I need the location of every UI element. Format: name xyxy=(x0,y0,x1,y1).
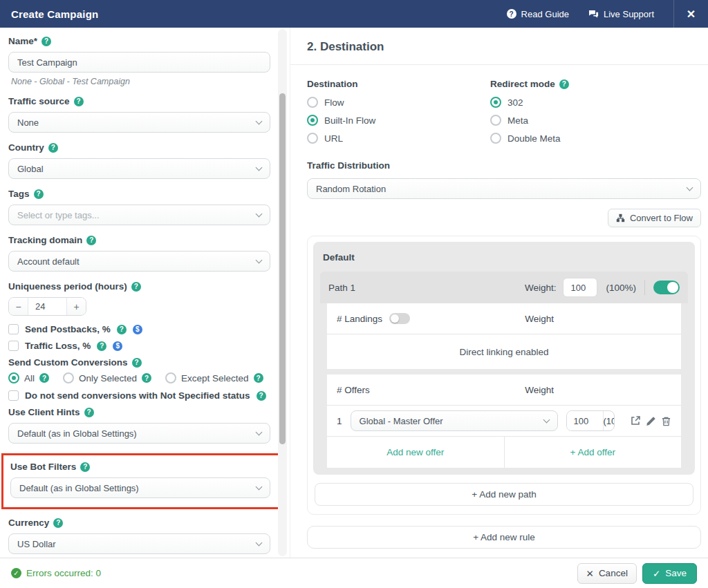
tracking-domain-help-icon[interactable]: ? xyxy=(86,236,96,245)
path-enabled-toggle[interactable] xyxy=(653,281,680,294)
direct-linking-row: Direct linking enabled xyxy=(327,334,681,369)
convert-to-flow-button[interactable]: Convert to Flow xyxy=(608,209,701,227)
offers-table: # Offers Weight 1 Global - Master Offer xyxy=(327,374,681,468)
currency-value: US Dollar xyxy=(17,539,56,549)
traffic-loss-row: Traffic Loss, % ? $ xyxy=(8,341,270,351)
scc-radio-all[interactable]: All ? xyxy=(8,372,49,383)
tracking-domain-select[interactable]: Account default xyxy=(8,251,270,272)
save-button[interactable]: ✓ Save xyxy=(642,563,697,584)
scc-all-help-icon[interactable]: ? xyxy=(39,373,49,383)
client-hints-value: Default (as in Global Settings) xyxy=(17,428,137,439)
errors-status: ✓ Errors occurred: 0 xyxy=(11,568,577,578)
currency-select[interactable]: US Dollar xyxy=(8,533,270,554)
chevron-down-icon xyxy=(256,428,263,435)
create-campaign-modal: Create Campaign ? Read Guide Live Suppor… xyxy=(0,0,708,588)
success-check-icon: ✓ xyxy=(11,568,21,578)
destination-radio-url[interactable]: URL xyxy=(307,133,490,144)
send-postbacks-paid-icon[interactable]: $ xyxy=(133,325,142,334)
radio-selected-icon xyxy=(8,372,19,383)
close-button[interactable]: ✕ xyxy=(673,0,708,28)
not-specified-checkbox[interactable] xyxy=(8,390,19,401)
scc-only-selected-help-icon[interactable]: ? xyxy=(142,373,151,383)
not-specified-help-icon[interactable]: ? xyxy=(257,391,266,401)
destination-panel: 2. Destination Destination Flow Built-In… xyxy=(290,28,708,558)
scrollbar-thumb[interactable] xyxy=(279,93,286,444)
url-label: URL xyxy=(324,133,343,144)
send-postbacks-help-icon[interactable]: ? xyxy=(117,325,127,334)
external-link-icon[interactable] xyxy=(630,415,641,426)
chevron-down-icon xyxy=(256,164,263,171)
traffic-distribution-select[interactable]: Random Rotation xyxy=(307,178,701,199)
scc-help-icon[interactable]: ? xyxy=(132,358,142,368)
bot-filters-select[interactable]: Default (as in Global Settings) xyxy=(10,477,270,498)
scc-only-selected-label: Only Selected xyxy=(79,373,137,383)
offer-weight-input[interactable] xyxy=(567,411,603,430)
redirect-radio-double-meta[interactable]: Double Meta xyxy=(490,133,569,144)
cancel-label: Cancel xyxy=(599,568,628,578)
edit-pencil-icon[interactable] xyxy=(646,416,656,426)
destination-radio-built-in-flow[interactable]: Built-In Flow xyxy=(307,115,490,126)
modal-title: Create Campaign xyxy=(0,8,507,20)
errors-text: Errors occurred: 0 xyxy=(26,568,101,578)
client-hints-help-icon[interactable]: ? xyxy=(84,408,94,417)
add-new-offer-label: Add new offer xyxy=(386,447,444,457)
cancel-button[interactable]: ✕ Cancel xyxy=(577,563,637,584)
add-new-path-button[interactable]: + Add new path xyxy=(315,483,693,506)
tags-select[interactable]: Select or type tags... xyxy=(8,205,270,225)
redirect-mode-label: Redirect mode xyxy=(490,79,555,89)
bot-filters-help-icon[interactable]: ? xyxy=(80,462,90,472)
add-offer-button[interactable]: + Add offer xyxy=(505,437,682,468)
save-check-icon: ✓ xyxy=(653,568,660,579)
traffic-source-help-icon[interactable]: ? xyxy=(74,97,84,106)
add-new-rule-button[interactable]: + Add new rule xyxy=(307,526,701,549)
offer-index: 1 xyxy=(337,416,342,426)
traffic-source-select[interactable]: None xyxy=(8,112,270,133)
redirect-302-label: 302 xyxy=(507,97,523,108)
sitemap-icon xyxy=(616,214,625,222)
offers-header-row: # Offers Weight xyxy=(327,374,681,406)
scc-radio-only-selected[interactable]: Only Selected ? xyxy=(63,372,151,383)
add-new-path-label: + Add new path xyxy=(472,489,536,500)
traffic-loss-help-icon[interactable]: ? xyxy=(97,341,106,351)
not-specified-row: Do not send conversions with Not Specifi… xyxy=(8,390,270,401)
tags-help-icon[interactable]: ? xyxy=(34,189,44,199)
redirect-mode-help-icon[interactable]: ? xyxy=(559,79,569,89)
scc-all-label: All xyxy=(24,373,35,383)
live-support-link[interactable]: Live Support xyxy=(588,9,654,19)
scc-except-selected-help-icon[interactable]: ? xyxy=(254,373,263,383)
tags-label: Tags xyxy=(8,189,30,199)
name-input[interactable] xyxy=(8,52,270,73)
read-guide-link[interactable]: ? Read Guide xyxy=(507,9,569,19)
redirect-meta-label: Meta xyxy=(507,115,528,126)
scc-radio-except-selected[interactable]: Except Selected ? xyxy=(165,372,263,383)
uniqueness-value[interactable]: 24 xyxy=(28,298,67,315)
delete-trash-icon[interactable] xyxy=(661,416,671,426)
landings-toggle[interactable] xyxy=(389,313,410,324)
name-help-icon[interactable]: ? xyxy=(41,37,51,46)
client-hints-select[interactable]: Default (as in Global Settings) xyxy=(8,423,270,444)
currency-help-icon[interactable]: ? xyxy=(53,518,63,528)
bot-filters-highlight-box: Use Bot Filters ? Default (as in Global … xyxy=(1,453,282,509)
chevron-down-icon xyxy=(256,256,263,263)
landings-header: # Landings xyxy=(337,314,382,324)
left-panel-scrollbar xyxy=(278,29,287,556)
chevron-down-icon xyxy=(256,483,263,490)
send-postbacks-checkbox[interactable] xyxy=(8,324,19,334)
country-help-icon[interactable]: ? xyxy=(48,143,58,153)
uniqueness-help-icon[interactable]: ? xyxy=(131,282,141,292)
tags-placeholder: Select or type tags... xyxy=(17,210,100,220)
offer-select[interactable]: Global - Master Offer xyxy=(351,410,558,431)
path-weight-input[interactable] xyxy=(563,278,597,297)
traffic-loss-checkbox[interactable] xyxy=(8,341,19,351)
stepper-decrement-button[interactable]: − xyxy=(9,298,28,315)
traffic-loss-paid-icon[interactable]: $ xyxy=(113,341,122,351)
read-guide-icon: ? xyxy=(507,9,516,19)
country-select[interactable]: Global xyxy=(8,158,270,179)
destination-radio-flow[interactable]: Flow xyxy=(307,97,490,108)
add-new-offer-button[interactable]: Add new offer xyxy=(327,437,505,468)
redirect-radio-meta[interactable]: Meta xyxy=(490,115,569,126)
offers-footer-row: Add new offer + Add offer xyxy=(327,437,681,468)
redirect-radio-302[interactable]: 302 xyxy=(490,97,569,108)
stepper-increment-button[interactable]: + xyxy=(67,298,86,315)
modal-body: Name* ? None - Global - Test Campaign Tr… xyxy=(0,28,708,558)
